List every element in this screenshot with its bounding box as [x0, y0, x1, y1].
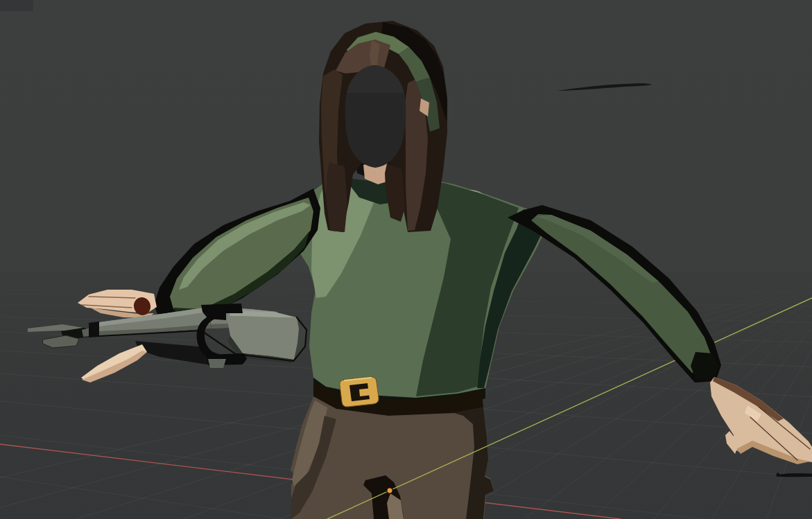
annotation-dot [777, 473, 780, 477]
blender-viewport[interactable] [0, 0, 812, 519]
viewport-3d[interactable] [0, 0, 812, 519]
origin-dot [387, 488, 392, 493]
corner-patch [0, 0, 33, 11]
char-buckle-tab[interactable] [359, 388, 372, 396]
char-gun-strap-plate[interactable] [208, 359, 226, 368]
char-gun-gap[interactable] [89, 322, 99, 337]
char-strand-left[interactable] [326, 163, 347, 232]
